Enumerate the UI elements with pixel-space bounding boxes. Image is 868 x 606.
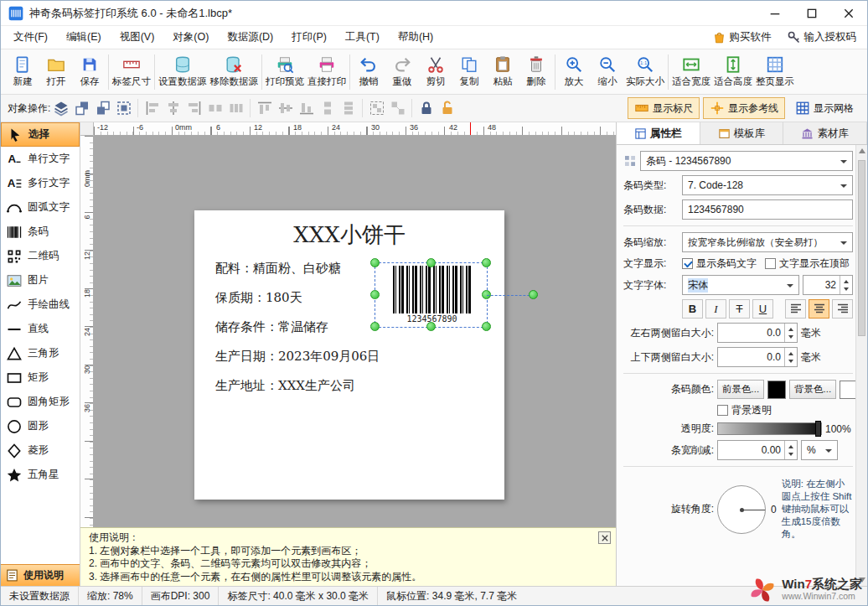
align-text-right-button[interactable] [832, 299, 853, 319]
label-title-text[interactable]: XXX小饼干 [194, 220, 504, 250]
font-size-spinner[interactable]: 32 [803, 275, 853, 295]
show-ruler-toggle[interactable]: 显示标尺 [628, 97, 700, 119]
align-middle-icon[interactable] [275, 98, 296, 118]
align-bottom-icon[interactable] [296, 98, 317, 118]
tool-rect[interactable]: 矩形 [1, 365, 80, 390]
menu-print[interactable]: 打印(P) [282, 26, 336, 49]
lock-icon[interactable] [416, 98, 437, 118]
selection-handle-n[interactable] [426, 258, 436, 267]
tool-image[interactable]: 图片 [1, 268, 80, 293]
align-center-h-icon[interactable] [163, 98, 183, 118]
scrollbar-thumb[interactable] [858, 160, 865, 336]
scroll-up-icon[interactable] [856, 145, 867, 157]
zoom-out-button[interactable]: 缩小 [591, 51, 624, 93]
margin-lr-spinner[interactable]: 0.0 [717, 323, 798, 343]
tool-diamond[interactable]: 菱形 [1, 438, 80, 463]
rotation-handle[interactable] [529, 290, 538, 299]
tool-qrcode[interactable]: 二维码 [1, 244, 80, 268]
tool-barcode[interactable]: 条码 [1, 220, 80, 244]
label-size-button[interactable]: 标签尺寸 [111, 51, 152, 93]
label-line-prod-date[interactable]: 生产日期：2023年09月06日 [215, 349, 380, 365]
minimize-button[interactable] [757, 1, 793, 26]
select-area-icon[interactable] [113, 98, 134, 118]
equal-width-icon[interactable] [204, 98, 225, 118]
label-line-prod-address[interactable]: 生产地址：XXX生产公司 [215, 378, 355, 394]
tool-select[interactable]: 选择 [1, 122, 80, 147]
menu-edit[interactable]: 编辑(E) [57, 26, 111, 49]
equal-height-icon[interactable] [317, 98, 338, 118]
new-button[interactable]: 新建 [6, 51, 39, 93]
menu-tools[interactable]: 工具(T) [336, 26, 389, 49]
send-backward-icon[interactable] [92, 98, 113, 118]
align-text-left-button[interactable] [785, 299, 806, 319]
background-color-button[interactable]: 背景色... [789, 380, 836, 399]
opacity-slider-handle[interactable] [815, 421, 821, 437]
fit-height-button[interactable]: 适合高度 [712, 51, 754, 93]
menu-help[interactable]: 帮助(H) [389, 26, 442, 49]
tool-triangle[interactable]: 三角形 [1, 341, 80, 365]
barcode-selection-box[interactable] [375, 262, 488, 328]
tool-multi-text[interactable]: A多行文字 [1, 171, 80, 195]
show-grid-toggle[interactable]: 显示网格 [788, 97, 860, 119]
menu-object[interactable]: 对象(O) [163, 26, 218, 49]
menu-datasource[interactable]: 数据源(D) [218, 26, 282, 49]
label-line-ingredients[interactable]: 配料：精面粉、白砂糖 [215, 261, 341, 277]
buy-software-button[interactable]: 购买软件 [705, 30, 779, 44]
barcode-scale-dropdown[interactable]: 按宽窄条比例缩放（安全易打） [682, 232, 853, 252]
selection-handle-se[interactable] [482, 322, 491, 331]
menu-file[interactable]: 文件(F) [4, 26, 57, 49]
tab-templates[interactable]: 模板库 [700, 122, 784, 144]
bring-forward-icon[interactable] [71, 98, 92, 118]
label-artboard[interactable]: XXX小饼干 配料：精面粉、白砂糖 保质期：180天 储存条件：常温储存 生产日… [194, 210, 504, 500]
print-preview-button[interactable]: 打印预览 [264, 51, 306, 93]
tab-materials[interactable]: 素材库 [783, 122, 867, 144]
rotation-dial[interactable] [717, 485, 766, 534]
close-button[interactable] [830, 1, 867, 26]
tool-round-rect[interactable]: 圆角矩形 [1, 390, 80, 414]
help-close-button[interactable] [598, 531, 611, 544]
group-icon[interactable] [366, 98, 387, 118]
enter-license-button[interactable]: 输入授权码 [779, 30, 865, 44]
selection-handle-sw[interactable] [370, 322, 380, 331]
panel-scrollbar[interactable] [855, 145, 867, 586]
fit-width-button[interactable]: 适合宽度 [670, 51, 712, 93]
font-family-dropdown[interactable]: 宋体 [682, 275, 799, 295]
remove-datasource-button[interactable]: 移除数据源 [209, 51, 261, 93]
font-size-up-icon[interactable] [840, 276, 852, 285]
cut-button[interactable]: 剪切 [419, 51, 452, 93]
distribute-v-icon[interactable] [338, 98, 359, 118]
barcode-type-dropdown[interactable]: 7. Code-128 [682, 175, 853, 195]
foreground-color-button[interactable]: 前景色... [717, 380, 764, 399]
align-top-icon[interactable] [254, 98, 275, 118]
italic-button[interactable]: I [705, 299, 726, 319]
align-left-icon[interactable] [142, 98, 163, 118]
bold-button[interactable]: B [682, 299, 703, 319]
label-line-shelf-life[interactable]: 保质期：180天 [215, 290, 302, 306]
paste-button[interactable]: 粘贴 [486, 51, 519, 93]
open-button[interactable]: 打开 [39, 51, 73, 93]
distribute-h-icon[interactable] [225, 98, 246, 118]
tool-curve[interactable]: 手绘曲线 [1, 293, 80, 317]
save-button[interactable]: 保存 [73, 51, 106, 93]
tool-single-text[interactable]: A单行文字 [1, 147, 80, 171]
tool-circle[interactable]: 圆形 [1, 414, 80, 438]
design-canvas[interactable]: XXX小饼干 配料：精面粉、白砂糖 保质期：180天 储存条件：常温储存 生产日… [94, 136, 616, 527]
label-line-storage[interactable]: 储存条件：常温储存 [215, 319, 328, 335]
barcode-data-input[interactable]: 1234567890 [682, 199, 853, 220]
font-size-down-icon[interactable] [840, 285, 852, 294]
tool-line[interactable]: 直线 [1, 317, 80, 341]
align-text-center-button[interactable] [809, 299, 829, 319]
underline-button[interactable]: U [752, 299, 773, 319]
maximize-button[interactable] [793, 1, 830, 26]
selection-handle-s[interactable] [426, 322, 436, 331]
margin-tb-spinner[interactable]: 0.0 [717, 347, 798, 367]
foreground-color-swatch[interactable] [767, 381, 786, 399]
show-barcode-text-checkbox[interactable] [682, 258, 693, 269]
unlock-icon[interactable] [437, 98, 457, 118]
menu-view[interactable]: 视图(V) [111, 26, 164, 49]
selection-handle-w[interactable] [370, 290, 380, 299]
opacity-slider[interactable] [717, 422, 822, 435]
copy-button[interactable]: 复制 [452, 51, 486, 93]
object-selector-dropdown[interactable]: 条码 - 1234567890 [640, 151, 853, 171]
tool-star[interactable]: 五角星 [1, 463, 80, 487]
